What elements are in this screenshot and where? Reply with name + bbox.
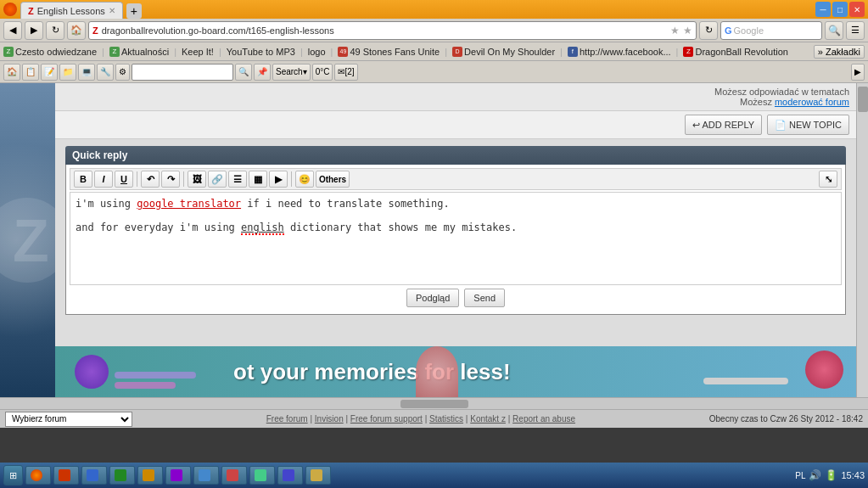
toolbar2-btn5[interactable]: 💻 [78, 64, 95, 81]
table-button[interactable]: ▦ [249, 171, 267, 188]
toolbar2-btn3[interactable]: 📝 [41, 64, 58, 81]
bookmark-aktualnosci[interactable]: Z Aktualności [109, 47, 169, 57]
home-button[interactable]: 🏠 [67, 21, 86, 40]
free-forum-support-link[interactable]: Free forum support [350, 414, 423, 423]
toolbar2-btn7[interactable]: ⚙ [115, 64, 130, 81]
minimize-button[interactable]: ─ [815, 2, 831, 17]
others-button[interactable]: Others [316, 171, 350, 188]
taskbar-item-9[interactable] [277, 466, 303, 485]
active-tab[interactable]: Z English Lessons ✕ [20, 2, 123, 19]
taskbar-item-8[interactable] [249, 466, 275, 485]
toolbar2-search-icon[interactable]: 🔍 [235, 64, 252, 81]
invision-link[interactable]: Invision [315, 414, 344, 423]
taskbar-item-7[interactable] [221, 466, 247, 485]
toolbar2-go-btn[interactable]: 📌 [254, 64, 271, 81]
bookmark-star2-icon[interactable]: ★ [683, 25, 692, 36]
editor-area[interactable]: i'm using google translator if i need to… [70, 192, 842, 285]
maximize-button[interactable]: □ [832, 2, 848, 17]
moderate-link[interactable]: moderować forum [775, 97, 849, 107]
ad-figure-center [416, 346, 458, 397]
sep3: | [219, 47, 221, 57]
taskbar-item-5[interactable] [165, 466, 191, 485]
toolbar2: 🏠 📋 📝 📁 💻 🔧 ⚙ 🔍 📌 Search ▾ 0°C ✉ [2] ▶ [0, 61, 868, 83]
bookmark-facebook[interactable]: f http://www.facebook... [568, 47, 671, 57]
start-button[interactable]: ⊞ [3, 465, 23, 485]
back-button[interactable]: ◀ [3, 21, 22, 40]
bookmark-czesto[interactable]: Z Czesto odwiedzane [3, 47, 97, 57]
redo-button[interactable]: ↷ [161, 171, 180, 188]
horizontal-scrollbar[interactable] [0, 397, 868, 409]
close-button[interactable]: ✕ [849, 2, 865, 17]
tab-close-icon[interactable]: ✕ [109, 6, 115, 15]
toolbar2-btn2[interactable]: 📋 [22, 64, 39, 81]
sep8: | [676, 47, 679, 57]
new-tab-button[interactable]: + [126, 3, 142, 19]
send-button[interactable]: Send [464, 289, 505, 307]
taskbar-firefox[interactable] [25, 466, 51, 485]
taskbar-icon-5 [171, 469, 182, 481]
new-topic-button[interactable]: 📄 NEW TOPIC [767, 115, 849, 135]
bookmark-logo[interactable]: logo [308, 47, 326, 57]
toolbar-sep2 [183, 171, 184, 187]
google-icon: G [725, 25, 732, 36]
taskbar-item-3[interactable] [109, 466, 135, 485]
bookmarks-more-button[interactable]: » Zakładki [814, 45, 865, 59]
media-button[interactable]: ▶ [269, 171, 288, 188]
toolbar2-btn6[interactable]: 🔧 [97, 64, 114, 81]
bookmark-49stones[interactable]: 49 49 Stones Fans Unite [338, 47, 440, 57]
bold-button[interactable]: B [74, 171, 92, 188]
statistics-link[interactable]: Statistics [429, 414, 463, 423]
toolbar2-mail-btn[interactable]: ✉ [2] [334, 64, 357, 81]
list-button[interactable]: ☰ [228, 171, 247, 188]
resize-button[interactable]: ⤡ [819, 171, 837, 188]
sidebar-image: Z [0, 83, 55, 397]
right-scrollbar[interactable] [856, 83, 868, 397]
h-scrollbar-thumb[interactable] [400, 400, 468, 408]
tray-icon-2: 🔋 [825, 469, 837, 481]
link-button[interactable]: 🔗 [208, 171, 227, 188]
bookmark-star-icon[interactable]: ★ [670, 25, 680, 36]
sep5: | [331, 47, 333, 57]
preview-button[interactable]: Podgląd [406, 289, 459, 307]
bookmark-dragonball[interactable]: Z DragonBall Revolution [683, 47, 787, 57]
toolbar2-search-btn[interactable]: Search ▾ [272, 64, 311, 81]
add-reply-button[interactable]: ↩ ADD REPLY [685, 115, 763, 135]
editor-toolbar: B I U ↶ ↷ 🖼 🔗 ☰ ▦ ▶ 😊 Others ⤡ [70, 168, 842, 190]
menu-button[interactable]: ☰ [846, 21, 865, 40]
toolbar2-expand-btn[interactable]: ▶ [851, 64, 865, 81]
taskbar-item-1[interactable] [53, 466, 79, 485]
toolbar2-btn4[interactable]: 📁 [59, 64, 76, 81]
bookmark-keepit[interactable]: Keep It! [182, 47, 214, 57]
free-forum-link[interactable]: Free forum [266, 414, 308, 423]
can-reply-text: Możesz odpowiadać w tematach [714, 87, 849, 97]
toolbar2-input[interactable] [132, 64, 233, 81]
address-bar[interactable]: Z dragonballrevolution.go-board.com/t165… [88, 21, 697, 40]
bookmark-dragonball-label: DragonBall Revolution [695, 47, 787, 57]
taskbar-item-4[interactable] [137, 466, 163, 485]
underline-button[interactable]: U [115, 171, 133, 188]
home-icon-btn[interactable]: 🏠 [3, 64, 20, 81]
ad-figure-left [68, 346, 115, 397]
forum-select[interactable]: Wybierz forum [5, 412, 132, 427]
italic-button[interactable]: I [94, 171, 113, 188]
undo-button[interactable]: ↶ [141, 171, 160, 188]
taskbar-item-10[interactable] [305, 466, 331, 485]
emoji-button[interactable]: 😊 [295, 171, 314, 188]
bookmark-devil[interactable]: D Devil On My Shoulder [452, 47, 555, 57]
taskbar-item-2[interactable] [81, 466, 107, 485]
start-icon: ⊞ [9, 470, 17, 481]
report-link[interactable]: Report an abuse [512, 414, 575, 423]
bookmark-facebook-icon: f [568, 47, 578, 57]
bookmark-youtube[interactable]: YouTube to MP3 [227, 47, 295, 57]
firefox-logo [3, 3, 17, 16]
scrollbar-thumb[interactable] [858, 87, 868, 112]
image-button[interactable]: 🖼 [188, 171, 206, 188]
taskbar-item-6[interactable] [193, 466, 219, 485]
search-bar[interactable]: G Google [720, 21, 822, 40]
toolbar2-temp-btn: 0°C [312, 64, 333, 81]
refresh-button[interactable]: ↻ [699, 21, 718, 40]
kontakt-link[interactable]: Kontakt z [470, 414, 506, 423]
reload-button[interactable]: ↻ [46, 21, 64, 40]
forward-button[interactable]: ▶ [25, 21, 43, 40]
search-submit-button[interactable]: 🔍 [825, 21, 843, 40]
